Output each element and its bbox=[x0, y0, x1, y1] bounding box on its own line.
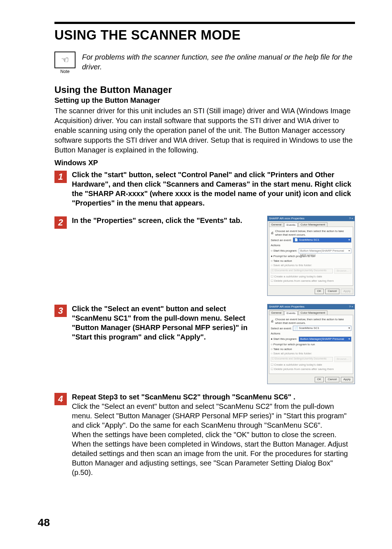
dialog-tab[interactable]: General bbox=[269, 222, 283, 227]
step-paragraph: Click the "Select an event" button and s… bbox=[72, 402, 355, 430]
apply-button[interactable]: Apply bbox=[341, 377, 353, 382]
cancel-button[interactable]: Cancel bbox=[325, 289, 339, 294]
radio-option[interactable]: Prompt for which program to run bbox=[271, 343, 315, 346]
ok-button[interactable]: OK bbox=[315, 289, 324, 294]
sub-check-row: Delete pictures from camera after saving… bbox=[271, 279, 351, 283]
step-title: In the "Properties" screen, click the "E… bbox=[72, 216, 261, 225]
step-text: In the "Properties" screen, click the "E… bbox=[72, 216, 261, 225]
dialog-tab[interactable]: Color Management bbox=[298, 310, 327, 315]
step-title: Click the "start" button, select "Contro… bbox=[72, 170, 355, 208]
step: 1Click the "start" button, select "Contr… bbox=[54, 170, 355, 208]
start-program-value: Button Manager(SHARP Personal MFP series… bbox=[300, 337, 348, 341]
window-controls[interactable]: ? × bbox=[349, 305, 353, 309]
dialog-tab[interactable]: Color Management bbox=[298, 222, 327, 227]
step-body: Click the "Select an event" button and s… bbox=[72, 304, 355, 384]
radio-option[interactable]: Start this program: bbox=[271, 337, 297, 341]
manual-page: USING THE SCANNER MODE ☞ Note For proble… bbox=[0, 0, 392, 549]
save-path-row: C:\Documents and Settings\User\My Docume… bbox=[271, 357, 351, 362]
note-box: ☞ bbox=[54, 52, 75, 68]
save-folder-radio[interactable]: Save all pictures to this folder: bbox=[271, 264, 312, 267]
select-event-row: Select an event:📄 ScanMenu SC1▾ bbox=[271, 237, 351, 243]
intro-paragraph: The scanner driver for this unit include… bbox=[54, 106, 355, 155]
properties-dialog: SHARP AR-xxxx Properties? ×GeneralEvents… bbox=[267, 216, 355, 296]
subsection-heading: Setting up the Button Manager bbox=[54, 96, 355, 105]
dialog-tab[interactable]: General bbox=[269, 310, 283, 315]
select-event-label: Select an event: bbox=[271, 327, 291, 330]
step-body: Repeat Step3 to set "ScanMenu SC2" throu… bbox=[72, 392, 355, 477]
dialog-tab[interactable]: Events bbox=[284, 311, 297, 316]
dialog-titlebar: SHARP AR-xxxx Properties? × bbox=[268, 304, 355, 309]
step-row: Click the "Select an event" button and s… bbox=[72, 304, 355, 384]
dialog-tab[interactable]: Events bbox=[284, 223, 297, 227]
start-program-dropdown[interactable]: Button Manager(SHARP Personal MFP series… bbox=[299, 248, 351, 253]
dialog-hint: 🖨Choose an event below, then select the … bbox=[271, 229, 351, 236]
step-number: 4 bbox=[54, 393, 67, 405]
dialog-body: 🖨Choose an event below, then select the … bbox=[269, 315, 353, 374]
save-folder-radio[interactable]: Save all pictures to this folder: bbox=[271, 352, 312, 355]
start-program-dropdown[interactable]: Button Manager(SHARP Personal MFP series… bbox=[299, 337, 351, 342]
radio-option[interactable]: Take no action bbox=[271, 259, 292, 263]
step-title: Repeat Step3 to set "ScanMenu SC2" throu… bbox=[72, 392, 355, 402]
radio-row: Take no action bbox=[271, 259, 351, 263]
note-label: Note bbox=[54, 69, 75, 74]
dialog-hint-text: Choose an event below, then select the a… bbox=[275, 229, 351, 236]
start-program-value: Button Manager(SHARP Personal MFP series… bbox=[300, 249, 348, 253]
note-block: ☞ Note For problems with the scanner fun… bbox=[54, 52, 355, 74]
step: 3Click the "Select an event" button and … bbox=[54, 304, 355, 384]
select-event-dropdown[interactable]: 📄 ScanMenu SC1▾ bbox=[293, 326, 351, 331]
checkbox[interactable]: Delete pictures from camera after saving… bbox=[271, 367, 334, 371]
select-event-dropdown[interactable]: 📄 ScanMenu SC1▾ bbox=[293, 237, 351, 243]
apply-button[interactable]: Apply bbox=[341, 289, 353, 294]
select-event-row: Select an event:📄 ScanMenu SC1▾ bbox=[271, 326, 351, 331]
browse-button[interactable]: Browse... bbox=[334, 357, 351, 362]
dialog-body: 🖨Choose an event below, then select the … bbox=[269, 227, 353, 286]
dialog-tabs: GeneralEventsColor Management bbox=[268, 221, 355, 227]
radio-row: Prompt for which program to run bbox=[271, 343, 351, 346]
select-event-value: 📄 ScanMenu SC1 bbox=[294, 238, 319, 242]
pointing-hand-icon: ☞ bbox=[61, 55, 69, 65]
chevron-down-icon: ▾ bbox=[348, 326, 350, 330]
step-number: 1 bbox=[54, 171, 67, 183]
note-icon-wrap: ☞ Note bbox=[54, 52, 75, 74]
sub-check-row: Create a subfolder using today's date bbox=[271, 275, 351, 278]
step: 4Repeat Step3 to set "ScanMenu SC2" thro… bbox=[54, 392, 355, 477]
properties-dialog: SHARP AR-xxxx Properties? ×GeneralEvents… bbox=[267, 304, 355, 384]
scanner-icon: 🖨 bbox=[271, 320, 274, 323]
section-heading: Using the Button Manager bbox=[54, 84, 355, 95]
select-event-label: Select an event: bbox=[271, 239, 291, 242]
save-folder-row: Save all pictures to this folder: bbox=[271, 264, 351, 267]
page-number: 48 bbox=[38, 516, 50, 529]
save-path-field[interactable]: C:\Documents and Settings\User\My Docume… bbox=[271, 269, 333, 273]
page-title: USING THE SCANNER MODE bbox=[54, 28, 355, 43]
save-path-field[interactable]: C:\Documents and Settings\User\My Docume… bbox=[271, 357, 333, 362]
ok-button[interactable]: OK bbox=[315, 377, 324, 382]
checkbox[interactable]: Create a subfolder using today's date bbox=[271, 275, 322, 278]
step-row: In the "Properties" screen, click the "E… bbox=[72, 216, 355, 296]
browse-button[interactable]: Browse... bbox=[334, 268, 351, 274]
os-heading: Windows XP bbox=[54, 159, 355, 167]
select-event-value: 📄 ScanMenu SC1 bbox=[294, 326, 319, 330]
sub-check-row: Create a subfolder using today's date bbox=[271, 363, 351, 367]
dialog-button-row: OKCancelApply bbox=[268, 375, 355, 384]
radio-row: Start this program:Button Manager(SHARP … bbox=[271, 248, 351, 253]
dialog-tabs: GeneralEventsColor Management bbox=[268, 309, 355, 315]
step-body: Click the "start" button, select "Contro… bbox=[72, 170, 355, 208]
step-number: 2 bbox=[54, 216, 67, 229]
note-text: For problems with the scanner function, … bbox=[82, 52, 355, 72]
chevron-down-icon: ▾ bbox=[348, 337, 350, 341]
step-text: Click the "Select an event" button and s… bbox=[72, 304, 261, 342]
checkbox[interactable]: Create a subfolder using today's date bbox=[271, 363, 322, 367]
checkbox[interactable]: Delete pictures from camera after saving… bbox=[271, 279, 334, 283]
steps-list: 1Click the "start" button, select "Contr… bbox=[54, 170, 355, 477]
radio-option[interactable]: Start this program: bbox=[271, 249, 297, 253]
step-paragraph: When the settings have been completed, c… bbox=[72, 430, 355, 477]
chevron-down-icon: ▾ bbox=[348, 249, 350, 253]
cancel-button[interactable]: Cancel bbox=[325, 377, 339, 382]
dialog-hint: 🖨Choose an event below, then select the … bbox=[271, 318, 351, 325]
window-controls[interactable]: ? × bbox=[349, 217, 353, 220]
dialog-hint-text: Choose an event below, then select the a… bbox=[275, 318, 351, 325]
actions-label: Actions bbox=[271, 244, 351, 247]
step-number: 3 bbox=[54, 305, 67, 317]
save-path-row: C:\Documents and Settings\User\My Docume… bbox=[271, 268, 351, 274]
radio-option[interactable]: Take no action bbox=[271, 347, 292, 351]
